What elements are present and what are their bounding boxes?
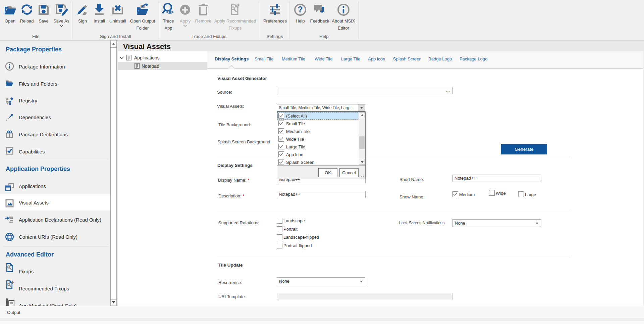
- svg-text:?: ?: [298, 5, 303, 14]
